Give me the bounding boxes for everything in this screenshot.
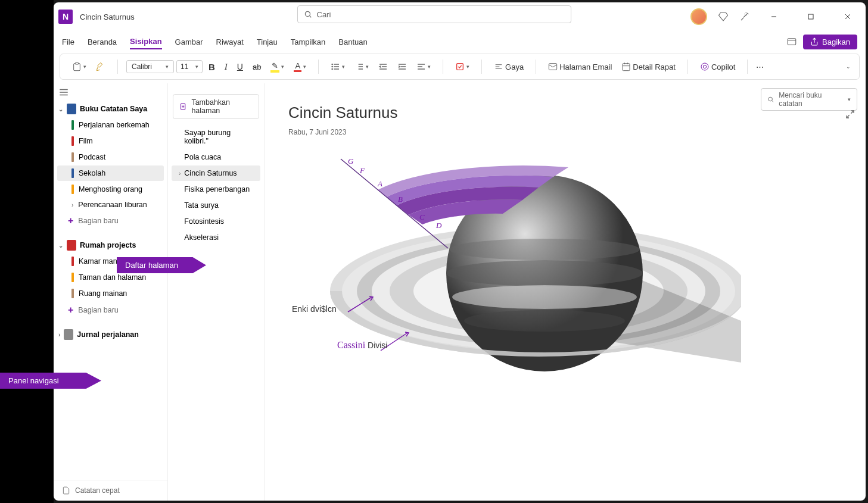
svg-rect-29 bbox=[623, 64, 630, 71]
search-notebook-button[interactable]: Mencari buku catatan ▾ bbox=[761, 88, 857, 111]
styles-button[interactable]: Gaya bbox=[490, 60, 527, 74]
svg-rect-27 bbox=[457, 64, 463, 70]
add-section-button[interactable]: +Bagian baru bbox=[54, 213, 167, 229]
fullscreen-button[interactable] bbox=[845, 110, 855, 121]
svg-point-34 bbox=[703, 65, 706, 68]
maximize-button[interactable] bbox=[798, 7, 824, 26]
share-button[interactable]: Bagikan bbox=[803, 35, 857, 49]
callout-page-list: Daftar halaman bbox=[117, 257, 206, 273]
svg-rect-3 bbox=[808, 14, 813, 19]
underline-button[interactable]: U bbox=[234, 60, 247, 74]
svg-point-12 bbox=[332, 64, 332, 64]
strikethrough-button[interactable]: ab bbox=[249, 60, 265, 74]
search-icon bbox=[304, 10, 312, 18]
menu-file[interactable]: File bbox=[62, 35, 74, 49]
ribbon-expand-button[interactable]: ⌄ bbox=[842, 61, 854, 72]
section-item[interactable]: Film bbox=[57, 133, 164, 149]
window-title: Cincin Saturnus bbox=[80, 13, 135, 21]
page-title[interactable]: Cincin Saturnus bbox=[288, 104, 842, 122]
menu-bar: File Beranda Sisipkan Gambar Riwayat Tin… bbox=[54, 31, 866, 52]
ring-label-b: B bbox=[398, 195, 403, 204]
add-page-button[interactable]: Tambahkan halaman bbox=[173, 94, 259, 119]
font-family-select[interactable]: Calibri▾ bbox=[126, 60, 174, 73]
page-item[interactable]: ›Tata surya bbox=[172, 198, 260, 213]
svg-rect-28 bbox=[549, 64, 557, 70]
more-ribbon-button[interactable]: ⋯ bbox=[752, 60, 767, 74]
user-avatar[interactable] bbox=[690, 8, 707, 25]
svg-point-0 bbox=[305, 11, 310, 16]
ring-label-d: D bbox=[436, 221, 441, 230]
align-button[interactable]: ▾ bbox=[413, 60, 434, 74]
section-item[interactable]: ›Perencanaan liburan bbox=[57, 198, 164, 212]
menu-tinjau[interactable]: Tinjau bbox=[257, 35, 278, 49]
svg-point-55 bbox=[464, 310, 625, 332]
menu-beranda[interactable]: Beranda bbox=[88, 35, 117, 49]
page-item[interactable]: ›Cincin Saturnus bbox=[172, 165, 260, 181]
notebook-header[interactable]: ⌄Buku Catatan Saya bbox=[54, 101, 167, 117]
wand-icon[interactable] bbox=[739, 11, 750, 22]
page-item[interactable]: ›Fotosintesis bbox=[172, 214, 260, 229]
paste-button[interactable]: ▾ bbox=[69, 60, 90, 74]
font-size-select[interactable]: 11▾ bbox=[176, 60, 203, 73]
meeting-details-button[interactable]: Detail Rapat bbox=[618, 60, 679, 74]
ring-label-c: C bbox=[419, 213, 425, 222]
number-list-button[interactable]: ▾ bbox=[351, 60, 372, 74]
share-icon bbox=[810, 38, 819, 46]
page-item[interactable]: ›Pola cuaca bbox=[172, 149, 260, 165]
close-button[interactable] bbox=[835, 7, 861, 26]
svg-line-42 bbox=[772, 101, 773, 102]
menu-sisipkan[interactable]: Sisipkan bbox=[130, 35, 161, 49]
window-mode-icon[interactable] bbox=[786, 36, 797, 47]
search-box[interactable]: Cari bbox=[297, 5, 571, 23]
nav-toggle-button[interactable] bbox=[58, 87, 69, 100]
svg-line-44 bbox=[847, 115, 850, 118]
add-page-icon bbox=[179, 102, 186, 111]
add-section-button[interactable]: +Bagian baru bbox=[54, 302, 167, 318]
page-item[interactable]: ›Sayap burung kolibri." bbox=[172, 125, 260, 149]
email-page-button[interactable]: Halaman Email bbox=[545, 60, 615, 74]
copilot-button[interactable]: Copilot bbox=[696, 60, 739, 74]
section-item[interactable]: Menghosting orang bbox=[57, 182, 164, 197]
svg-point-33 bbox=[701, 63, 708, 70]
menu-bantuan[interactable]: Bantuan bbox=[338, 35, 367, 49]
page-item[interactable]: ›Akselerasi bbox=[172, 230, 260, 245]
diamond-icon[interactable] bbox=[718, 11, 729, 22]
highlight-button[interactable]: ✎▾ bbox=[267, 59, 288, 75]
note-icon bbox=[62, 486, 70, 495]
menu-riwayat[interactable]: Riwayat bbox=[216, 35, 244, 49]
menu-tampilkan[interactable]: Tampilkan bbox=[291, 35, 326, 49]
indent-button[interactable] bbox=[394, 60, 410, 74]
menu-gambar[interactable]: Gambar bbox=[175, 35, 203, 49]
minimize-button[interactable] bbox=[761, 7, 787, 26]
svg-point-53 bbox=[446, 260, 643, 286]
format-painter-button[interactable] bbox=[92, 60, 109, 74]
navigation-sidebar: ⌄Buku Catatan SayaPerjalanan berkemahFil… bbox=[54, 83, 168, 501]
svg-rect-8 bbox=[75, 63, 78, 64]
svg-point-14 bbox=[332, 68, 332, 69]
quick-notes-button[interactable]: Catatan cepat bbox=[54, 480, 167, 501]
notebook-header[interactable]: ⌄Rumah projects bbox=[54, 238, 167, 253]
svg-line-43 bbox=[851, 111, 854, 114]
outdent-button[interactable] bbox=[375, 60, 391, 74]
page-canvas[interactable]: Mencari buku catatan ▾ Cincin Saturnus R… bbox=[265, 83, 866, 501]
ring-label-f: F bbox=[360, 166, 365, 176]
italic-button[interactable]: I bbox=[221, 60, 231, 74]
svg-point-41 bbox=[769, 97, 773, 101]
font-color-button[interactable]: A▾ bbox=[290, 59, 310, 74]
section-item[interactable]: Podcast bbox=[57, 149, 164, 165]
page-date: Rabu, 7 Juni 2023 bbox=[288, 128, 842, 136]
page-item[interactable]: ›Fisika penerbangan bbox=[172, 182, 260, 197]
saturn-illustration: G F A B C D Enki dvi$lcn Cassini Divisi bbox=[288, 148, 741, 422]
notebook-header[interactable]: ›Jurnal perjalanan bbox=[54, 327, 167, 342]
ring-label-g: G bbox=[348, 157, 353, 166]
page-list-panel: Tambahkan halaman ›Sayap burung kolibri.… bbox=[168, 83, 265, 501]
tag-button[interactable]: ▾ bbox=[452, 60, 473, 74]
section-item[interactable]: Perjalanan berkemah bbox=[57, 117, 164, 133]
section-item[interactable]: Sekolah bbox=[57, 165, 164, 181]
bullet-list-button[interactable]: ▾ bbox=[327, 60, 349, 74]
svg-point-54 bbox=[452, 285, 637, 309]
section-item[interactable]: Ruang mainan bbox=[57, 286, 164, 301]
cassini-annotation: Cassini Divisi bbox=[337, 340, 387, 351]
enki-annotation: Enki dvi$lcn bbox=[292, 304, 337, 314]
bold-button[interactable]: B bbox=[205, 60, 219, 74]
